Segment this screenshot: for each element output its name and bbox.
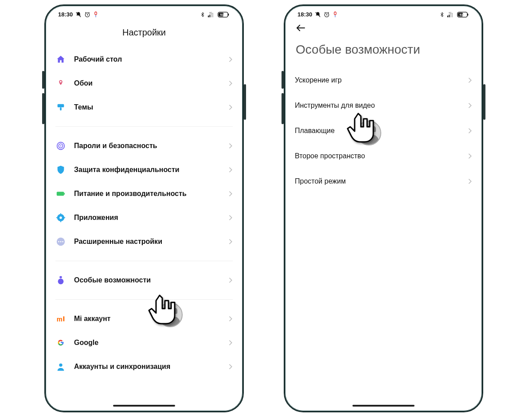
gear-icon [55,212,66,223]
row-label: Ускорение игр [295,76,342,84]
chevron-right-icon [228,167,233,173]
chevron-right-icon [228,143,233,149]
svg-rect-23 [60,213,61,215]
svg-point-18 [60,145,62,147]
divider [55,299,233,300]
person-icon [55,361,66,372]
page-title: Настройки [46,20,243,47]
assistant-icon [332,12,338,18]
chevron-right-icon [228,104,233,110]
row-second-space[interactable]: Второе пространство [295,143,472,168]
signal-icon: 4G [208,12,215,17]
row-label: Google [74,339,220,347]
chevron-right-icon [468,153,472,159]
fingerprint-icon [55,141,66,151]
chevron-right-icon [228,215,233,221]
statusbar: 18:30 4G [46,6,243,20]
home-indicator[interactable] [113,405,175,407]
row-label: Обои [74,79,220,87]
bluetooth-icon [200,12,205,18]
settings-row-wallpaper[interactable]: Обои [55,71,233,95]
row-label: Рабочий стол [74,55,220,63]
svg-rect-15 [60,107,62,110]
bell-off-icon [315,12,321,18]
svg-point-22 [59,216,62,219]
battery-icon: 53 [457,12,469,18]
row-label: Аккаунты и синхронизация [74,363,220,371]
row-label: Защита конфиденциальности [74,166,220,174]
svg-point-29 [60,241,62,243]
settings-row-google[interactable]: Google [55,331,233,355]
settings-row-accounts-sync[interactable]: Аккаунты и синхронизация [55,355,233,379]
svg-rect-39 [335,15,336,17]
chevron-right-icon [468,178,472,184]
svg-point-28 [58,241,59,243]
settings-row-themes[interactable]: Темы [55,95,233,119]
bluetooth-icon [439,12,445,18]
svg-text:53: 53 [460,13,463,16]
battery-icon: 53 [218,12,230,18]
svg-point-13 [60,81,62,83]
chevron-right-icon [468,102,472,109]
divider [55,261,233,261]
svg-point-31 [58,278,64,284]
svg-point-2 [95,12,97,14]
row-label: Простой режим [295,177,346,185]
svg-rect-34 [63,317,65,321]
page-title: Особые возможности [296,43,471,67]
status-time: 18:30 [58,11,73,18]
home-icon [55,54,66,65]
chevron-right-icon [228,277,233,283]
svg-rect-41 [449,15,450,17]
battery-icon [55,188,66,199]
flask-icon [55,275,66,286]
svg-rect-40 [447,16,448,17]
settings-row-passwords-security[interactable]: Пароли и безопасность [55,134,233,158]
chevron-right-icon [228,364,233,370]
settings-row-mi-account[interactable]: m Mi аккаунт [55,307,233,331]
row-game-turbo[interactable]: Ускорение игр [295,67,472,93]
svg-rect-4 [208,16,209,17]
settings-row-battery-performance[interactable]: Питание и производительность [55,182,233,206]
shield-icon [55,164,66,175]
settings-row-additional[interactable]: Расширенные настройки [55,230,233,254]
settings-row-apps[interactable]: Приложения [55,206,233,230]
svg-rect-3 [96,15,96,17]
row-label: Инструменты для видео [295,102,375,110]
settings-row-special-features[interactable]: Особые возможности [55,268,233,292]
chevron-right-icon [228,56,233,63]
google-icon [55,337,66,348]
bell-off-icon [75,12,82,18]
chevron-right-icon [228,340,233,346]
clock-icon [84,12,90,18]
row-lite-mode[interactable]: Простой режим [295,168,472,194]
settings-list: Рабочий стол Обои Темы [46,47,243,379]
clock-icon [324,12,330,18]
row-floating-windows[interactable]: Плавающие [295,118,472,143]
phone-special-features: 18:30 4G [284,4,483,412]
back-button[interactable] [296,24,471,43]
chevron-right-icon [228,239,233,245]
row-label: Темы [74,103,220,111]
svg-text:4G: 4G [449,12,452,14]
chevron-right-icon [468,128,472,134]
special-features-list: Ускорение игр Инструменты для видео Плав… [285,67,482,194]
statusbar: 18:30 4G [285,6,482,20]
home-indicator[interactable] [352,405,415,407]
row-label: Особые возможности [74,276,220,284]
row-label: Пароли и безопасность [74,142,220,150]
settings-row-privacy[interactable]: Защита конфиденциальности [55,158,233,182]
svg-point-35 [59,364,62,367]
svg-rect-6 [211,14,212,17]
assistant-icon [93,12,98,18]
dots-icon [55,236,66,247]
svg-rect-43 [452,13,453,17]
row-label: Расширенные настройки [74,238,220,246]
svg-rect-10 [228,13,229,15]
row-label: Плавающие [295,127,335,135]
settings-row-home-screen[interactable]: Рабочий стол [55,47,233,71]
row-video-toolbox[interactable]: Инструменты для видео [295,93,472,118]
svg-rect-46 [467,13,468,15]
signal-icon: 4G [447,12,454,17]
row-label: Mi аккаунт [74,315,220,323]
